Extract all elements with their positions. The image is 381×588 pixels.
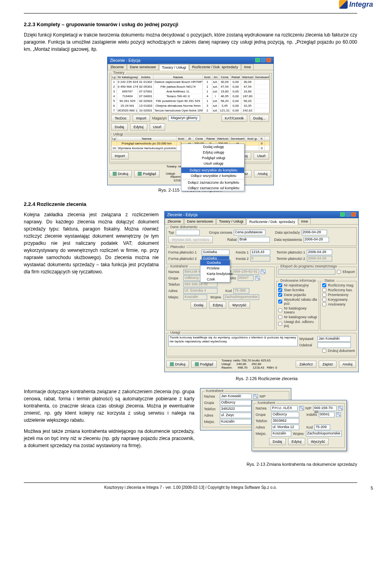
magazyn-combo[interactable]: Magazyn główny bbox=[168, 115, 200, 121]
btn-k-dodaj[interactable]: Dodaj bbox=[269, 438, 286, 445]
k-nip[interactable]: 669-158-70-10 bbox=[313, 405, 337, 411]
druk-checkbox[interactable] bbox=[278, 315, 282, 319]
window-buttons[interactable] bbox=[339, 212, 356, 217]
lookup-icon[interactable]: 🔍 bbox=[253, 394, 258, 399]
tp2-input[interactable]: 2006-04-28 bbox=[307, 256, 332, 261]
druk-checkbox[interactable] bbox=[278, 300, 282, 304]
k-adres[interactable]: ul. Morska 12 bbox=[271, 425, 299, 430]
window-zlecenie-edycja-2: Zlecenie - Edycja Zlecenie Dane serwisow… bbox=[164, 211, 359, 372]
k-nazwa[interactable]: Jan Kowaski bbox=[220, 394, 252, 399]
btn-drukuj[interactable]: Drukuj bbox=[109, 170, 132, 177]
wystawil-combo[interactable]: Jan Kowalski bbox=[318, 336, 351, 342]
btn-k-edytuj[interactable]: Edytuj bbox=[209, 302, 226, 309]
btn-dodaj-towar[interactable]: Dodaj bbox=[111, 123, 128, 131]
lookup-icon[interactable]: 🔍 bbox=[338, 406, 343, 411]
k-grupa[interactable]: Odbiorcy bbox=[220, 400, 252, 405]
btn-k-dodaj[interactable]: Dodaj bbox=[190, 302, 207, 309]
grupa-cenowa-combo[interactable]: Cena podstawow. bbox=[234, 230, 266, 235]
btn-dodaj-dots[interactable]: Dodaj... bbox=[250, 115, 269, 122]
k-miejsc[interactable]: Koszalin bbox=[271, 431, 291, 436]
k-wojew[interactable]: Zachodniopomorskie bbox=[306, 431, 342, 436]
btn-tecdoc[interactable]: TecDoc bbox=[111, 115, 130, 122]
k-grupa[interactable]: Odbiorcy bbox=[271, 412, 299, 417]
btn-edytuj-towar[interactable]: Edytuj bbox=[130, 123, 147, 131]
btn-anuluj[interactable]: Anuluj bbox=[339, 361, 356, 368]
btn-wystaw-dok[interactable]: Wystaw dok. sprzedaży bbox=[168, 236, 213, 243]
uwagi-textarea[interactable]: Tłumik końcowy kwalifikuje się do wymian… bbox=[168, 335, 298, 346]
status-checkbox[interactable] bbox=[322, 302, 326, 306]
k-nip[interactable]: 669-159-62-91 bbox=[233, 269, 259, 275]
fp1-combo[interactable]: Gotówka bbox=[202, 250, 229, 255]
btn-zapisz[interactable]: Zapisz bbox=[319, 361, 337, 368]
tab-zlecenie[interactable]: Zlecenie bbox=[108, 64, 127, 70]
group-label: Kontrahent bbox=[256, 401, 276, 405]
btn-katcennik[interactable]: KAT/Cennik bbox=[221, 115, 247, 122]
btn-usun-usluge[interactable]: Usuń bbox=[254, 152, 269, 159]
btn-podglad[interactable]: Podgląd bbox=[134, 170, 160, 177]
btn-usun-towar[interactable]: Usuń bbox=[150, 123, 165, 131]
tab-rozliczenie[interactable]: Rozliczenie / Dok. sprzedaży bbox=[246, 219, 298, 225]
drukuj-dokument-checkbox[interactable] bbox=[322, 349, 326, 353]
k-miejsc[interactable]: Koszalin bbox=[183, 294, 207, 300]
fp2-dropdown-list[interactable]: GotówkaPrzelewKarta kredytowaCzek bbox=[200, 259, 230, 282]
eksport-path[interactable] bbox=[278, 269, 335, 275]
tab-zlecenie[interactable]: Zlecenie bbox=[165, 218, 184, 224]
tab-rozliczenie[interactable]: Rozliczenie / Dok. sprzedaży bbox=[189, 64, 241, 70]
status-checkbox[interactable] bbox=[322, 288, 326, 292]
kw1-input[interactable]: 1218,43 bbox=[250, 250, 270, 255]
druk-checkbox[interactable] bbox=[278, 293, 282, 297]
tab-inne[interactable]: Inne bbox=[241, 64, 254, 70]
eksport-checkbox[interactable] bbox=[337, 270, 341, 274]
btn-podglad[interactable]: Podgląd bbox=[191, 361, 217, 368]
k-telefon[interactable]: 094 346-16-32 bbox=[183, 282, 217, 287]
btn-k-edytuj[interactable]: Edytuj bbox=[288, 438, 305, 445]
btn-k-wyczysc[interactable]: Wyczyść bbox=[308, 438, 329, 445]
btn-import-towary[interactable]: Import bbox=[133, 115, 150, 122]
status-checkbox[interactable] bbox=[322, 298, 326, 302]
k-nazwa[interactable]: P.H.U. ALEX bbox=[271, 405, 297, 411]
druk-checkbox[interactable] bbox=[278, 283, 282, 287]
btn-zakoncz[interactable]: Zakończ bbox=[296, 361, 316, 368]
lookup-icon[interactable]: 🔍 bbox=[255, 276, 260, 281]
data-sprzedazy-input[interactable]: 2006-04-28 bbox=[302, 230, 327, 235]
tab-dane-serwisowe[interactable]: Dane serwisowe bbox=[127, 64, 159, 70]
status-checkbox[interactable] bbox=[322, 293, 326, 297]
btn-import-uslugi[interactable]: Import bbox=[111, 152, 129, 159]
k-telefon[interactable]: 3481522 bbox=[220, 406, 252, 412]
btn-k-wyczysc[interactable]: Wyczyść bbox=[229, 302, 250, 309]
print-icon bbox=[170, 362, 174, 366]
k-adres[interactable]: Ul. Szeroka 4 bbox=[183, 288, 217, 294]
context-menu-uslugi[interactable]: Dodaj usługęEdytuj usługęPodgląd usługiU… bbox=[181, 144, 244, 191]
k-indeks[interactable]: 00041 bbox=[319, 412, 335, 417]
druk-checkbox[interactable] bbox=[278, 322, 282, 326]
table-towary[interactable]: LpNr katalogowyIndeksNazwaIlośćJmCenaRab… bbox=[111, 75, 270, 113]
tp1-input[interactable]: 2006-04-28 bbox=[307, 250, 332, 255]
tab-towary-uslugi[interactable]: Towary / Usługi bbox=[216, 218, 246, 224]
btn-drukuj[interactable]: Drukuj bbox=[166, 361, 189, 368]
group-dane-dokumentu: Dane dokumentu Typ Grupa cenowa Cena pod… bbox=[166, 227, 357, 246]
lookup-icon[interactable]: 🔍 bbox=[261, 269, 266, 274]
tab-dane-serwisowe[interactable]: Dane serwisowe bbox=[184, 218, 216, 224]
window-buttons[interactable] bbox=[254, 58, 271, 63]
lookup-icon[interactable]: 🔍 bbox=[299, 406, 304, 411]
odebral-combo[interactable] bbox=[318, 342, 351, 348]
status-checkbox[interactable] bbox=[322, 283, 326, 287]
k-miejsc[interactable]: Koszalin bbox=[220, 419, 252, 425]
tp1-label: Termin płatności 1 bbox=[277, 250, 306, 254]
rabat-combo[interactable]: Brak bbox=[238, 237, 270, 242]
tab-inne[interactable]: Inne bbox=[298, 218, 311, 224]
k-telefon[interactable]: 3503862 bbox=[271, 418, 299, 424]
k-kod[interactable]: 75-398 bbox=[233, 288, 249, 294]
k-kod[interactable]: 75-209 bbox=[314, 425, 330, 430]
k-adres[interactable]: ul. Zwyc bbox=[220, 413, 252, 418]
druk-checkbox[interactable] bbox=[278, 288, 282, 292]
data-wystawienia-input[interactable]: 2006-04-28 bbox=[304, 237, 329, 242]
k-indeks[interactable]: 00047 bbox=[238, 275, 254, 281]
k-wojew[interactable]: Zachodniopomorskie bbox=[223, 294, 259, 300]
druk-checkbox[interactable] bbox=[278, 308, 282, 312]
btn-anuluj[interactable]: Anuluj bbox=[254, 170, 271, 177]
kw2-input[interactable]: 0 bbox=[250, 256, 270, 261]
lookup-icon[interactable]: 🔍 bbox=[336, 412, 341, 417]
typ-combo[interactable] bbox=[176, 230, 200, 235]
tab-towary-uslugi[interactable]: Towary / Usługi bbox=[159, 64, 189, 70]
